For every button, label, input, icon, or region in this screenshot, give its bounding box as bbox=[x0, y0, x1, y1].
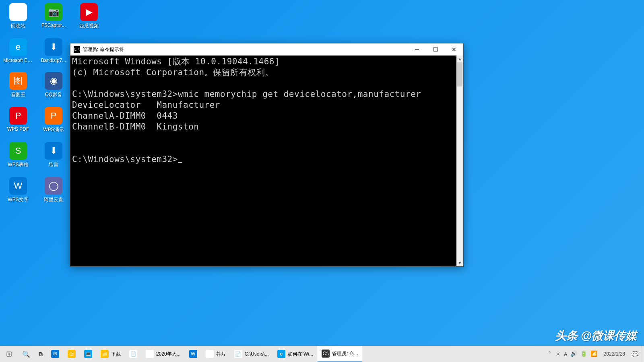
taskbar-item-wps[interactable]: W bbox=[185, 346, 201, 362]
taskbar-item-explorer2[interactable]: 💻 bbox=[80, 346, 96, 362]
desktop-icon-qqyinying[interactable]: ◉ QQ影音 bbox=[39, 72, 68, 98]
qqyinying-icon: ◉ bbox=[45, 72, 62, 90]
notifications-icon[interactable]: 💬 bbox=[632, 351, 638, 357]
desktop-icon-edge[interactable]: e Microsoft Edge bbox=[3, 38, 33, 63]
scroll-thumb[interactable] bbox=[457, 62, 462, 86]
titlebar[interactable]: C:\ 管理员: 命令提示符 ─ ☐ ✕ bbox=[70, 43, 463, 56]
taskbar-item-notepad[interactable]: 📄 bbox=[125, 346, 141, 362]
fscapture-icon: 📷 bbox=[45, 3, 62, 21]
search-button[interactable]: 🔍 bbox=[18, 346, 34, 362]
tray-icon-3[interactable]: 🔋 bbox=[580, 350, 587, 358]
taskbar-item-downloads[interactable]: 📁下载 bbox=[96, 346, 125, 362]
taskbar-item-mail[interactable]: ✉ bbox=[47, 346, 63, 362]
cursor bbox=[178, 162, 182, 163]
cmd-label: 管理员: 命... bbox=[332, 350, 358, 357]
watermark: 头条 @微课传媒 bbox=[555, 328, 637, 343]
start-button[interactable]: ⊞ bbox=[0, 346, 18, 362]
downloads-icon: 📁 bbox=[101, 350, 109, 358]
desktop-icon-xigua[interactable]: ▶ 西瓜视频 bbox=[74, 3, 104, 29]
clock-date: 2022/1/28 bbox=[604, 351, 625, 357]
desktop-icon-bandizip[interactable]: ⬇ Bandizip7... bbox=[39, 38, 68, 63]
wpspdf-icon: P bbox=[9, 107, 27, 125]
scroll-track[interactable] bbox=[456, 62, 463, 259]
tray-icon-1[interactable]: ᴀ bbox=[564, 350, 567, 358]
xigua-icon: ▶ bbox=[80, 3, 98, 21]
taskbar-item-explorer1[interactable]: 🗂 bbox=[63, 346, 80, 362]
cmd-icon: C:\ bbox=[322, 350, 330, 358]
tray-chevron-icon[interactable]: ˄ bbox=[548, 351, 551, 357]
wpswenzi-icon: W bbox=[9, 177, 27, 195]
desktop-icon-fscapture[interactable]: 📷 FSCaptur... bbox=[39, 3, 68, 29]
desktop-icon-wpswenzi[interactable]: W WPS文字 bbox=[3, 177, 33, 203]
xunlei-label: 迅雷 bbox=[49, 161, 58, 168]
maximize-button[interactable]: ☐ bbox=[426, 43, 445, 56]
taskbar-item-pcast[interactable]: P荐片 bbox=[201, 346, 230, 362]
edge-label: Microsoft Edge bbox=[3, 58, 33, 63]
notepad2-label: C:\Users\... bbox=[245, 351, 269, 357]
taskbar: ⊞ 🔍 ⧉ ✉🗂💻📁下载📄◉2020年大...WP荐片📄C:\Users\...… bbox=[0, 346, 644, 362]
desktop-icon-kantuwang[interactable]: 图 看图王 bbox=[3, 72, 33, 98]
taskbar-item-chrome[interactable]: ◉2020年大... bbox=[141, 346, 185, 362]
tray-icon-4[interactable]: 📶 bbox=[590, 350, 597, 358]
xigua-label: 西瓜视频 bbox=[79, 23, 99, 29]
chrome-label: 2020年大... bbox=[156, 351, 181, 358]
desktop-icon-aliyunpan[interactable]: ◯ 阿里云盘 bbox=[39, 177, 68, 203]
window-title: 管理员: 命令提示符 bbox=[83, 46, 124, 53]
wpsyanshi-icon: P bbox=[45, 107, 62, 125]
xunlei-icon: ⬇ bbox=[45, 142, 62, 160]
wpspdf-label: WPS PDF bbox=[7, 126, 29, 132]
clock[interactable]: 2022/1/28 bbox=[601, 351, 627, 357]
desktop-icon-wpspdf[interactable]: P WPS PDF bbox=[3, 107, 33, 133]
edge-icon: e bbox=[9, 38, 27, 56]
wpsbiaoge-label: WPS表格 bbox=[8, 161, 28, 168]
kantuwang-label: 看图王 bbox=[11, 91, 25, 98]
chrome-icon: ◉ bbox=[146, 350, 154, 358]
scroll-up-button[interactable]: ▲ bbox=[456, 56, 463, 62]
windows-icon: ⊞ bbox=[6, 350, 12, 358]
pcast-label: 荐片 bbox=[216, 351, 226, 358]
kantuwang-icon: 图 bbox=[9, 72, 27, 90]
bandizip-icon: ⬇ bbox=[45, 38, 62, 56]
desktop-icon-wpsyanshi[interactable]: P WPS演示 bbox=[39, 107, 68, 133]
wps-icon: W bbox=[189, 350, 197, 358]
taskbar-item-cmd[interactable]: C:\管理员: 命... bbox=[317, 346, 362, 362]
system-tray[interactable]: ˄ ㄨᴀ🔊🔋📶 2022/1/28 💬 bbox=[545, 346, 642, 362]
explorer1-icon: 🗂 bbox=[68, 350, 76, 358]
taskbar-item-edge2[interactable]: e如何在 Wi... bbox=[273, 346, 317, 362]
notepad-icon: 📄 bbox=[129, 350, 137, 358]
recycle-bin-label: 回收站 bbox=[11, 23, 25, 29]
scrollbar[interactable]: ▲ ▼ bbox=[456, 56, 463, 266]
taskbar-item-notepad2[interactable]: 📄C:\Users\... bbox=[230, 346, 273, 362]
pcast-icon: P bbox=[206, 350, 214, 358]
minimize-button[interactable]: ─ bbox=[408, 43, 426, 56]
downloads-label: 下载 bbox=[111, 351, 121, 358]
bandizip-label: Bandizip7... bbox=[41, 58, 66, 63]
edge2-icon: e bbox=[277, 350, 285, 358]
terminal-content[interactable]: Microsoft Windows [版本 10.0.19044.1466] (… bbox=[70, 56, 456, 266]
qqyinying-label: QQ影音 bbox=[45, 91, 62, 98]
mail-icon: ✉ bbox=[51, 350, 59, 358]
tray-icon-0[interactable]: ㄨ bbox=[555, 350, 561, 358]
recycle-bin-icon: 🗑 bbox=[9, 3, 27, 21]
search-icon: 🔍 bbox=[22, 350, 30, 358]
aliyunpan-icon: ◯ bbox=[45, 177, 62, 195]
fscapture-label: FSCaptur... bbox=[41, 23, 66, 28]
scroll-down-button[interactable]: ▼ bbox=[456, 259, 463, 266]
cmd-window[interactable]: C:\ 管理员: 命令提示符 ─ ☐ ✕ Microsoft Windows [… bbox=[70, 43, 464, 267]
wpsbiaoge-icon: S bbox=[9, 142, 27, 160]
edge2-label: 如何在 Wi... bbox=[288, 351, 313, 358]
show-desktop-button[interactable] bbox=[642, 346, 644, 362]
aliyunpan-label: 阿里云盘 bbox=[44, 196, 63, 203]
taskview-icon: ⧉ bbox=[39, 351, 43, 358]
close-button[interactable]: ✕ bbox=[445, 43, 463, 56]
wpswenzi-label: WPS文字 bbox=[8, 196, 28, 203]
notepad2-icon: 📄 bbox=[234, 350, 242, 358]
taskview-button[interactable]: ⧉ bbox=[34, 346, 47, 362]
cmd-icon: C:\ bbox=[74, 46, 80, 53]
desktop-icon-recycle-bin[interactable]: 🗑 回收站 bbox=[3, 3, 33, 29]
desktop-icon-xunlei[interactable]: ⬇ 迅雷 bbox=[39, 142, 68, 168]
wpsyanshi-label: WPS演示 bbox=[43, 126, 64, 133]
explorer2-icon: 💻 bbox=[84, 350, 92, 358]
tray-icon-2[interactable]: 🔊 bbox=[570, 350, 577, 358]
desktop-icon-wpsbiaoge[interactable]: S WPS表格 bbox=[3, 142, 33, 168]
